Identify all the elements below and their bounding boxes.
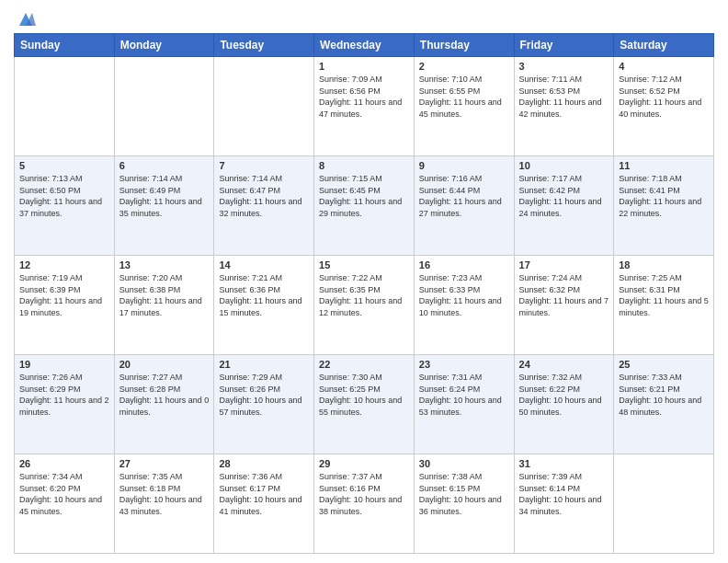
day-number: 24 [519, 359, 609, 370]
day-info: Sunrise: 7:27 AM Sunset: 6:28 PM Dayligh… [119, 372, 210, 418]
calendar-cell [214, 57, 314, 156]
calendar-cell: 10Sunrise: 7:17 AM Sunset: 6:42 PM Dayli… [514, 156, 614, 256]
calendar-header-tuesday: Tuesday [214, 34, 314, 57]
day-info: Sunrise: 7:30 AM Sunset: 6:25 PM Dayligh… [319, 372, 409, 418]
day-number: 16 [419, 259, 509, 270]
day-info: Sunrise: 7:21 AM Sunset: 6:36 PM Dayligh… [219, 272, 309, 318]
day-info: Sunrise: 7:33 AM Sunset: 6:21 PM Dayligh… [619, 372, 709, 418]
day-number: 26 [19, 458, 109, 469]
calendar-header-friday: Friday [514, 34, 614, 57]
calendar-table: SundayMondayTuesdayWednesdayThursdayFrid… [14, 33, 714, 554]
day-info: Sunrise: 7:34 AM Sunset: 6:20 PM Dayligh… [19, 471, 109, 517]
day-info: Sunrise: 7:12 AM Sunset: 6:52 PM Dayligh… [619, 74, 709, 120]
day-number: 30 [419, 458, 509, 469]
calendar-cell: 29Sunrise: 7:37 AM Sunset: 6:16 PM Dayli… [314, 454, 415, 554]
day-number: 17 [519, 259, 609, 270]
day-info: Sunrise: 7:16 AM Sunset: 6:44 PM Dayligh… [419, 173, 509, 219]
day-info: Sunrise: 7:14 AM Sunset: 6:47 PM Dayligh… [219, 173, 309, 219]
calendar-cell [15, 57, 115, 156]
day-info: Sunrise: 7:38 AM Sunset: 6:15 PM Dayligh… [419, 471, 509, 517]
day-number: 21 [219, 359, 309, 370]
day-number: 31 [519, 458, 609, 469]
day-info: Sunrise: 7:23 AM Sunset: 6:33 PM Dayligh… [419, 272, 509, 318]
calendar-week-row: 1Sunrise: 7:09 AM Sunset: 6:56 PM Daylig… [15, 57, 714, 156]
calendar-cell: 28Sunrise: 7:36 AM Sunset: 6:17 PM Dayli… [214, 454, 314, 554]
calendar-cell: 1Sunrise: 7:09 AM Sunset: 6:56 PM Daylig… [314, 57, 415, 156]
day-info: Sunrise: 7:18 AM Sunset: 6:41 PM Dayligh… [619, 173, 709, 219]
day-info: Sunrise: 7:37 AM Sunset: 6:16 PM Dayligh… [319, 471, 409, 517]
day-info: Sunrise: 7:14 AM Sunset: 6:49 PM Dayligh… [119, 173, 210, 219]
calendar-cell: 13Sunrise: 7:20 AM Sunset: 6:38 PM Dayli… [114, 256, 214, 355]
day-info: Sunrise: 7:20 AM Sunset: 6:38 PM Dayligh… [119, 272, 210, 318]
calendar-cell: 18Sunrise: 7:25 AM Sunset: 6:31 PM Dayli… [614, 256, 714, 355]
day-info: Sunrise: 7:11 AM Sunset: 6:53 PM Dayligh… [519, 74, 609, 120]
day-info: Sunrise: 7:31 AM Sunset: 6:24 PM Dayligh… [419, 372, 509, 418]
calendar-cell: 4Sunrise: 7:12 AM Sunset: 6:52 PM Daylig… [614, 57, 714, 156]
calendar-cell: 8Sunrise: 7:15 AM Sunset: 6:45 PM Daylig… [314, 156, 415, 256]
day-info: Sunrise: 7:25 AM Sunset: 6:31 PM Dayligh… [619, 272, 709, 318]
logo [14, 9, 36, 26]
calendar-cell: 30Sunrise: 7:38 AM Sunset: 6:15 PM Dayli… [414, 454, 514, 554]
calendar-cell: 3Sunrise: 7:11 AM Sunset: 6:53 PM Daylig… [514, 57, 614, 156]
calendar-cell: 22Sunrise: 7:30 AM Sunset: 6:25 PM Dayli… [314, 355, 415, 454]
day-info: Sunrise: 7:10 AM Sunset: 6:55 PM Dayligh… [419, 74, 509, 120]
day-info: Sunrise: 7:29 AM Sunset: 6:26 PM Dayligh… [219, 372, 309, 418]
calendar-week-row: 12Sunrise: 7:19 AM Sunset: 6:39 PM Dayli… [15, 256, 714, 355]
day-number: 20 [119, 359, 210, 370]
calendar-cell: 16Sunrise: 7:23 AM Sunset: 6:33 PM Dayli… [414, 256, 514, 355]
calendar-header-sunday: Sunday [15, 34, 115, 57]
day-info: Sunrise: 7:17 AM Sunset: 6:42 PM Dayligh… [519, 173, 609, 219]
day-info: Sunrise: 7:26 AM Sunset: 6:29 PM Dayligh… [19, 372, 109, 418]
day-number: 29 [319, 458, 409, 469]
logo-icon [16, 9, 36, 29]
calendar-cell: 11Sunrise: 7:18 AM Sunset: 6:41 PM Dayli… [614, 156, 714, 256]
day-number: 15 [319, 259, 409, 270]
day-info: Sunrise: 7:35 AM Sunset: 6:18 PM Dayligh… [119, 471, 210, 517]
header [14, 9, 714, 26]
day-info: Sunrise: 7:15 AM Sunset: 6:45 PM Dayligh… [319, 173, 409, 219]
calendar-cell: 7Sunrise: 7:14 AM Sunset: 6:47 PM Daylig… [214, 156, 314, 256]
calendar-cell: 9Sunrise: 7:16 AM Sunset: 6:44 PM Daylig… [414, 156, 514, 256]
day-info: Sunrise: 7:22 AM Sunset: 6:35 PM Dayligh… [319, 272, 409, 318]
calendar-week-row: 5Sunrise: 7:13 AM Sunset: 6:50 PM Daylig… [15, 156, 714, 256]
day-info: Sunrise: 7:13 AM Sunset: 6:50 PM Dayligh… [19, 173, 109, 219]
calendar-cell [114, 57, 214, 156]
day-info: Sunrise: 7:39 AM Sunset: 6:14 PM Dayligh… [519, 471, 609, 517]
calendar-cell: 12Sunrise: 7:19 AM Sunset: 6:39 PM Dayli… [15, 256, 115, 355]
day-number: 11 [619, 160, 709, 171]
day-number: 28 [219, 458, 309, 469]
day-number: 25 [619, 359, 709, 370]
day-number: 23 [419, 359, 509, 370]
day-number: 13 [119, 259, 210, 270]
calendar-cell [614, 454, 714, 554]
day-number: 3 [519, 61, 609, 72]
calendar-cell: 21Sunrise: 7:29 AM Sunset: 6:26 PM Dayli… [214, 355, 314, 454]
calendar-cell: 2Sunrise: 7:10 AM Sunset: 6:55 PM Daylig… [414, 57, 514, 156]
day-number: 10 [519, 160, 609, 171]
calendar-cell: 5Sunrise: 7:13 AM Sunset: 6:50 PM Daylig… [15, 156, 115, 256]
calendar-cell: 6Sunrise: 7:14 AM Sunset: 6:49 PM Daylig… [114, 156, 214, 256]
calendar-cell: 27Sunrise: 7:35 AM Sunset: 6:18 PM Dayli… [114, 454, 214, 554]
day-number: 18 [619, 259, 709, 270]
day-number: 14 [219, 259, 309, 270]
calendar-header-wednesday: Wednesday [314, 34, 415, 57]
day-info: Sunrise: 7:09 AM Sunset: 6:56 PM Dayligh… [319, 74, 409, 120]
page: SundayMondayTuesdayWednesdayThursdayFrid… [0, 0, 728, 563]
day-info: Sunrise: 7:32 AM Sunset: 6:22 PM Dayligh… [519, 372, 609, 418]
calendar-cell: 14Sunrise: 7:21 AM Sunset: 6:36 PM Dayli… [214, 256, 314, 355]
day-info: Sunrise: 7:36 AM Sunset: 6:17 PM Dayligh… [219, 471, 309, 517]
calendar-week-row: 26Sunrise: 7:34 AM Sunset: 6:20 PM Dayli… [15, 454, 714, 554]
calendar-cell: 19Sunrise: 7:26 AM Sunset: 6:29 PM Dayli… [15, 355, 115, 454]
day-number: 4 [619, 61, 709, 72]
calendar-cell: 25Sunrise: 7:33 AM Sunset: 6:21 PM Dayli… [614, 355, 714, 454]
day-number: 8 [319, 160, 409, 171]
day-number: 22 [319, 359, 409, 370]
day-number: 6 [119, 160, 210, 171]
day-number: 9 [419, 160, 509, 171]
calendar-week-row: 19Sunrise: 7:26 AM Sunset: 6:29 PM Dayli… [15, 355, 714, 454]
calendar-cell: 20Sunrise: 7:27 AM Sunset: 6:28 PM Dayli… [114, 355, 214, 454]
day-number: 19 [19, 359, 109, 370]
calendar-cell: 23Sunrise: 7:31 AM Sunset: 6:24 PM Dayli… [414, 355, 514, 454]
calendar-cell: 26Sunrise: 7:34 AM Sunset: 6:20 PM Dayli… [15, 454, 115, 554]
day-number: 27 [119, 458, 210, 469]
